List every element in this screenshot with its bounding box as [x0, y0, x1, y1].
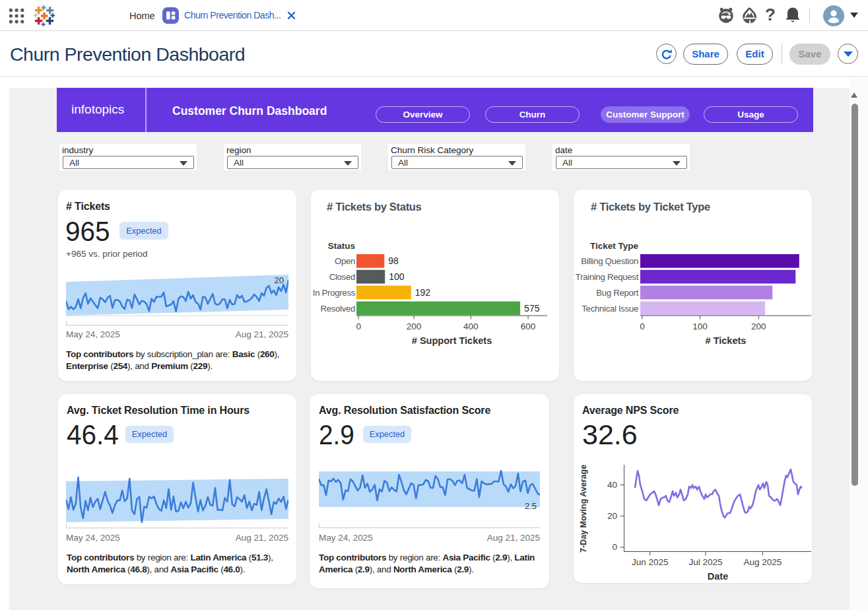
- svg-text:40: 40: [607, 480, 617, 490]
- svg-text:2.5: 2.5: [525, 501, 537, 511]
- svg-text:100: 100: [389, 271, 405, 282]
- svg-text:20: 20: [607, 511, 617, 521]
- svg-text:200: 200: [751, 322, 766, 331]
- svg-text:Aug 2025: Aug 2025: [743, 557, 782, 567]
- svg-text:200: 200: [407, 322, 422, 331]
- svg-text:Jul 2025: Jul 2025: [688, 557, 722, 567]
- svg-text:0: 0: [640, 322, 645, 331]
- svg-text:Training Request: Training Request: [576, 272, 639, 282]
- svg-text:Open: Open: [335, 256, 355, 266]
- svg-text:98: 98: [388, 255, 399, 266]
- svg-text:Resolved: Resolved: [320, 304, 355, 314]
- svg-text:100: 100: [692, 322, 708, 331]
- svg-text:# Tickets: # Tickets: [706, 335, 747, 346]
- svg-text:600: 600: [521, 322, 536, 331]
- svg-text:Date: Date: [708, 571, 728, 582]
- svg-text:575: 575: [524, 303, 540, 314]
- svg-text:20: 20: [275, 275, 284, 285]
- svg-text:Jun 2025: Jun 2025: [632, 557, 669, 567]
- svg-text:Billing Question: Billing Question: [581, 256, 638, 266]
- svg-text:Technical Issue: Technical Issue: [582, 304, 638, 314]
- svg-text:Status: Status: [328, 241, 355, 251]
- svg-text:# Support Tickets: # Support Tickets: [412, 335, 492, 346]
- svg-text:In Progress: In Progress: [313, 288, 356, 298]
- svg-text:0: 0: [356, 322, 361, 331]
- svg-text:Ticket Type: Ticket Type: [590, 241, 639, 251]
- svg-text:Bug Report: Bug Report: [596, 288, 638, 298]
- svg-text:Closed: Closed: [329, 272, 355, 282]
- svg-text:192: 192: [415, 287, 431, 298]
- svg-text:400: 400: [463, 322, 479, 331]
- svg-text:0: 0: [612, 542, 617, 552]
